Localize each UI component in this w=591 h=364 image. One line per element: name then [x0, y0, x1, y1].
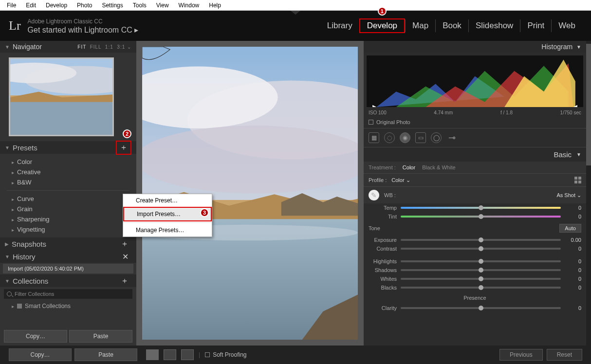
treatment-bw[interactable]: Black & White [422, 164, 455, 170]
contrast-value[interactable]: 0 [565, 246, 581, 252]
app-header: Lr Adobe Lightroom Classic CC Get starte… [0, 11, 591, 41]
module-map[interactable]: Map [405, 19, 435, 32]
highlights-slider[interactable] [401, 260, 561, 262]
menu-develop[interactable]: Develop [41, 1, 72, 10]
preset-group[interactable]: B&W [0, 177, 136, 187]
blacks-value[interactable]: 0 [565, 285, 581, 291]
before-after-lr-icon[interactable] [164, 349, 176, 360]
module-book[interactable]: Book [435, 19, 468, 32]
brush-tool-icon[interactable]: ⊸ [446, 132, 457, 143]
presets-header[interactable]: ▼ Presets ＋ [0, 141, 136, 154]
tint-value[interactable]: 0 [565, 214, 581, 219]
preset-group[interactable]: Creative [0, 167, 136, 177]
paste-button-bottom[interactable]: Paste [74, 348, 137, 361]
smart-collections-item[interactable]: ▸ Smart Collections [0, 301, 136, 311]
panel-collapse-top-icon[interactable] [291, 11, 300, 15]
treatment-label: Treatment : [369, 164, 396, 170]
navigator-header[interactable]: ▼ Navigator FIT FILL 1:1 3:1 ⌄ [0, 41, 136, 53]
shadows-value[interactable]: 0 [565, 267, 581, 273]
wb-dropdown[interactable]: As Shot ⌄ [556, 192, 581, 199]
menu-photo[interactable]: Photo [72, 1, 97, 10]
histogram-header[interactable]: Histogram▼ [364, 41, 586, 53]
menu-file[interactable]: File [2, 1, 21, 10]
local-tools-strip: ▦ ◌ ◉ ▭ ◯ ⊸ [364, 128, 586, 147]
original-photo-checkbox[interactable] [369, 120, 373, 125]
paste-button[interactable]: Paste [69, 330, 132, 343]
exposure-slider[interactable] [401, 239, 561, 241]
preset-group[interactable]: Curve [0, 194, 136, 204]
right-scrollbar[interactable] [586, 41, 591, 346]
profile-dropdown[interactable]: Color ⌄ [391, 177, 410, 183]
exposure-value[interactable]: 0.00 [565, 237, 581, 243]
copy-button-bottom[interactable]: Copy… [9, 348, 72, 361]
radial-tool-icon[interactable]: ◯ [431, 132, 442, 143]
image-canvas[interactable] [136, 41, 364, 346]
temp-slider[interactable] [401, 207, 561, 209]
contrast-slider[interactable] [401, 248, 561, 250]
preset-group[interactable]: Color [0, 157, 136, 167]
identity-plate[interactable]: Adobe Lightroom Classic CC Get started w… [28, 18, 139, 34]
crop-tool-icon[interactable]: ▦ [369, 132, 379, 143]
menu-edit[interactable]: Edit [21, 1, 41, 10]
highlights-value[interactable]: 0 [565, 258, 581, 264]
add-snapshot-button[interactable]: ＋ [118, 238, 131, 250]
clear-history-button[interactable]: ✕ [119, 251, 131, 262]
menu-window[interactable]: Window [174, 1, 204, 10]
treatment-color[interactable]: Color [403, 164, 415, 170]
collections-label: Collections [13, 277, 48, 285]
preset-group[interactable]: Vignetting [0, 224, 136, 235]
add-preset-button[interactable]: ＋ [116, 141, 131, 155]
module-develop[interactable]: Develop [359, 18, 405, 33]
auto-button[interactable]: Auto [559, 224, 581, 233]
filter-collections-input[interactable]: Filter Collections [4, 289, 132, 299]
blacks-slider[interactable] [401, 287, 561, 289]
whites-value[interactable]: 0 [565, 276, 581, 282]
exif-row: ISO 100 4.74 mm f / 1.8 1/750 sec [364, 109, 586, 116]
collections-header[interactable]: ▼ Collections ＋ [0, 274, 136, 287]
whites-slider[interactable] [401, 278, 561, 280]
preset-group[interactable]: Sharpening [0, 214, 136, 224]
clarity-slider[interactable] [401, 307, 561, 309]
profile-browser-icon[interactable] [574, 177, 581, 183]
snapshots-header[interactable]: ▶ Snapshots ＋ [0, 237, 136, 250]
reset-button[interactable]: Reset [547, 349, 582, 361]
history-header[interactable]: ▼ History ✕ [0, 250, 136, 263]
soft-proofing-checkbox[interactable] [205, 352, 210, 357]
menu-view[interactable]: View [151, 1, 174, 10]
navigator-zoom-options[interactable]: FIT FILL 1:1 3:1 ⌄ [77, 44, 131, 50]
tint-slider[interactable] [401, 216, 561, 218]
loupe-view-icon[interactable] [146, 349, 159, 360]
menu-tools[interactable]: Tools [128, 1, 151, 10]
gradient-tool-icon[interactable]: ▭ [415, 132, 426, 143]
module-web[interactable]: Web [551, 19, 582, 32]
previous-button[interactable]: Previous [499, 349, 543, 361]
copy-button[interactable]: Copy… [4, 330, 67, 343]
ctx-create-preset[interactable]: Create Preset… [123, 194, 212, 207]
history-entry[interactable]: Import (05/02/2020 5:40:02 PM) [3, 264, 133, 273]
profile-label: Profile : [369, 177, 387, 183]
search-icon [7, 291, 12, 296]
navigator-thumbnail[interactable] [9, 57, 114, 136]
add-collection-button[interactable]: ＋ [118, 275, 131, 287]
wb-eyedropper-icon[interactable]: ✎ [369, 190, 379, 200]
histogram-graph[interactable] [367, 55, 583, 107]
module-slideshow[interactable]: Slideshow [468, 19, 520, 32]
module-picker: Library 1 Develop Map Book Slideshow Pri… [320, 18, 582, 33]
svg-marker-21 [372, 105, 376, 107]
ctx-import-presets[interactable]: Import Presets… [123, 207, 212, 221]
chevron-right-icon: ▸ [12, 304, 14, 309]
basic-header[interactable]: Basic▼ [364, 147, 586, 162]
before-after-tb-icon[interactable] [181, 349, 194, 360]
redeye-tool-icon[interactable]: ◉ [400, 132, 410, 143]
module-print[interactable]: Print [520, 19, 551, 32]
shadows-slider[interactable] [401, 269, 561, 271]
clarity-value[interactable]: 0 [565, 305, 581, 311]
preset-group[interactable]: Grain [0, 204, 136, 214]
ctx-manage-presets[interactable]: Manage Presets… [123, 224, 212, 237]
spot-tool-icon[interactable]: ◌ [384, 132, 395, 143]
menu-settings[interactable]: Settings [97, 1, 128, 10]
temp-value[interactable]: 0 [565, 205, 581, 211]
module-library[interactable]: Library [320, 19, 359, 32]
contrast-label: Contrast [369, 246, 397, 252]
menu-help[interactable]: Help [204, 1, 226, 10]
